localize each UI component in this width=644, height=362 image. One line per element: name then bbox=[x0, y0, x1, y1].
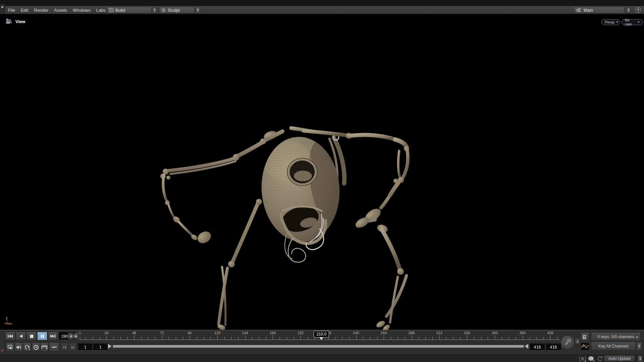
collapse-down-icon[interactable] bbox=[1, 350, 4, 352]
integer-frames-button[interactable] bbox=[40, 343, 48, 351]
range-slider-bar[interactable] bbox=[113, 345, 524, 348]
ruler-major-tick bbox=[356, 335, 357, 340]
expand-up-icon bbox=[636, 336, 638, 338]
ruler-minor-tick bbox=[508, 337, 509, 340]
viewport-3d[interactable]: View Persp No cam y bbox=[0, 14, 644, 330]
desktop-selector-spinner[interactable] bbox=[152, 7, 157, 13]
ruler-frame-label: 408 bbox=[547, 331, 553, 335]
loop-mode-button[interactable] bbox=[23, 343, 31, 351]
menu-assets[interactable]: Assets bbox=[53, 8, 68, 13]
key-mode-selector[interactable]: Key All Channels bbox=[591, 342, 636, 350]
animation-editor-button[interactable] bbox=[581, 342, 589, 350]
key-mode-spinner[interactable] bbox=[637, 342, 642, 350]
ruler-minor-tick bbox=[453, 337, 453, 340]
prev-key-button[interactable] bbox=[61, 344, 68, 351]
next-key-button[interactable] bbox=[69, 344, 76, 351]
houdini-window: File Edit Render Assets Windows Labs Hel… bbox=[0, 0, 644, 362]
ruler-minor-tick bbox=[391, 337, 391, 340]
memory-usage-button[interactable] bbox=[588, 356, 594, 362]
scene-selector-spinner[interactable] bbox=[626, 7, 631, 13]
ruler-major-tick bbox=[495, 335, 495, 340]
ruler-minor-tick bbox=[183, 337, 183, 340]
ruler-minor-tick bbox=[176, 337, 176, 340]
ruler-minor-tick bbox=[481, 337, 481, 340]
ruler-minor-tick bbox=[224, 337, 225, 340]
spin-up-icon bbox=[639, 357, 641, 358]
menu-file[interactable]: File bbox=[7, 8, 16, 13]
chevron-down-icon bbox=[638, 21, 640, 23]
menu-labs[interactable]: Labs bbox=[96, 8, 106, 13]
spin-down-icon bbox=[197, 10, 199, 12]
realtime-toggle-button[interactable] bbox=[32, 343, 40, 351]
range-start-field[interactable]: 1 bbox=[93, 344, 107, 351]
axis-y-label: y bbox=[6, 316, 8, 320]
playhead-frame-flag[interactable]: 210.0 bbox=[314, 331, 329, 338]
shelf-selector-label: Sculpt bbox=[168, 8, 180, 13]
update-mode-selector[interactable]: Auto Update bbox=[604, 356, 635, 362]
desktop-selector-label: Build bbox=[115, 8, 125, 13]
set-keyframe-button[interactable] bbox=[560, 335, 575, 349]
global-end-field[interactable]: 416 bbox=[546, 344, 561, 351]
update-mode-label: Auto Update bbox=[608, 356, 631, 361]
spin-down-icon bbox=[154, 10, 156, 12]
ruler-minor-tick bbox=[287, 337, 287, 340]
skeleton-model bbox=[0, 14, 644, 330]
menu-list: File Edit Render Assets Windows Labs Hel… bbox=[7, 6, 121, 14]
spin-up-icon bbox=[197, 8, 199, 10]
menu-render[interactable]: Render bbox=[33, 8, 49, 13]
recook-button[interactable] bbox=[596, 356, 603, 362]
keyframe-options-button[interactable] bbox=[581, 333, 589, 341]
ruler-minor-tick bbox=[349, 337, 350, 340]
ruler-minor-tick bbox=[460, 337, 461, 340]
ruler-frame-label: 288 bbox=[409, 331, 415, 335]
playbar-options-button[interactable] bbox=[6, 343, 14, 351]
collapse-up-icon[interactable] bbox=[1, 6, 4, 8]
menubar-collapse-strip[interactable] bbox=[0, 4, 5, 14]
ruler-minor-tick bbox=[398, 337, 398, 340]
speaker-icon bbox=[16, 345, 21, 350]
playbar: 209.9 1244872961201441681922162402642883… bbox=[0, 330, 644, 355]
shelf-selector[interactable]: Sculpt bbox=[159, 7, 195, 13]
ruler-frame-label: 192 bbox=[298, 331, 304, 335]
update-mode-spinner[interactable] bbox=[638, 355, 643, 362]
ruler-minor-tick bbox=[543, 337, 544, 340]
ruler-minor-tick bbox=[502, 337, 502, 340]
no-cam-label: No cam bbox=[625, 18, 636, 26]
shelf-selector-spinner[interactable] bbox=[195, 7, 200, 13]
ruler-major-tick bbox=[439, 335, 440, 340]
menu-edit[interactable]: Edit bbox=[20, 8, 29, 13]
ruler-minor-tick bbox=[127, 337, 127, 340]
spin-down-icon bbox=[638, 347, 640, 348]
desktop-selector[interactable]: Build bbox=[107, 7, 152, 13]
view-pane-tab[interactable]: View bbox=[5, 18, 25, 25]
keys-status-bar[interactable]: 0 keys, 0/0 channels bbox=[591, 333, 641, 341]
ruler-minor-tick bbox=[536, 337, 537, 340]
persp-menu-button[interactable]: Persp bbox=[601, 19, 620, 25]
ruler-frame-label: 24 bbox=[104, 331, 108, 335]
ruler-frame-label: 312 bbox=[436, 331, 442, 335]
ruler-minor-tick bbox=[370, 337, 370, 340]
audio-toggle-button[interactable] bbox=[15, 343, 23, 351]
context-help-button[interactable]: ? bbox=[635, 7, 641, 13]
ruler-minor-tick bbox=[231, 337, 231, 340]
ruler-minor-tick bbox=[363, 337, 363, 340]
spin-down-icon bbox=[628, 10, 630, 12]
ruler-minor-tick bbox=[169, 337, 169, 340]
menu-windows[interactable]: Windows bbox=[72, 8, 91, 13]
prev-key-icon bbox=[63, 346, 66, 349]
range-slider-right-grip[interactable] bbox=[525, 344, 528, 349]
ruler-major-tick bbox=[384, 335, 384, 340]
range-slider-left-grip[interactable] bbox=[108, 344, 112, 349]
ruler-minor-tick bbox=[425, 337, 426, 340]
camera-select-button[interactable]: No cam bbox=[622, 19, 643, 25]
simulation-toggle-button[interactable] bbox=[49, 343, 59, 351]
frame-ruler-icon bbox=[42, 345, 47, 350]
scene-selector[interactable]: Main bbox=[574, 7, 625, 13]
ruler-minor-tick bbox=[488, 337, 488, 340]
ruler-frame-label: 360 bbox=[492, 331, 498, 335]
keyframe-menu-button[interactable] bbox=[575, 339, 580, 345]
cook-control-button[interactable] bbox=[579, 356, 586, 362]
ruler-frame-label: 48 bbox=[132, 331, 136, 335]
global-start-field[interactable]: 1 bbox=[78, 344, 92, 351]
range-end-field[interactable]: 416 bbox=[530, 344, 545, 351]
